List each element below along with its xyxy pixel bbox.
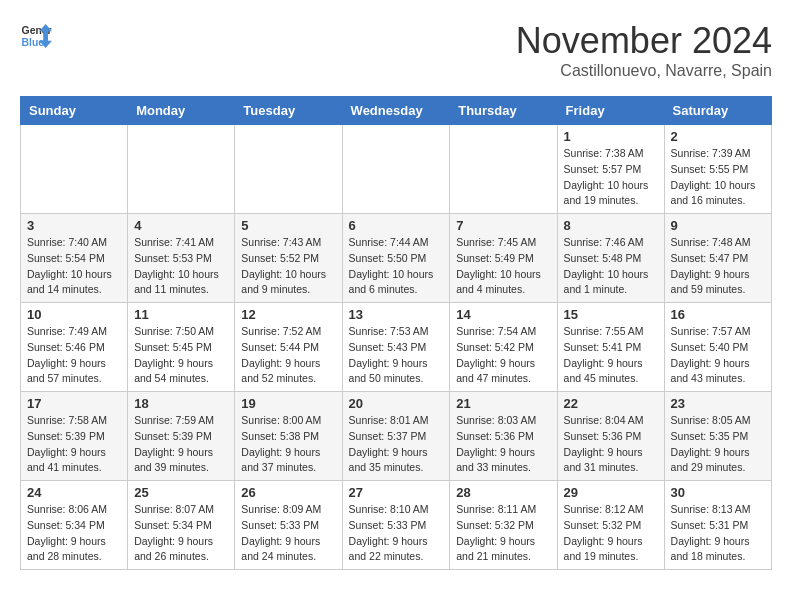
day-info: Sunrise: 7:44 AMSunset: 5:50 PMDaylight:… <box>349 235 444 298</box>
day-info: Sunrise: 7:57 AMSunset: 5:40 PMDaylight:… <box>671 324 765 387</box>
day-number: 25 <box>134 485 228 500</box>
day-info: Sunrise: 7:49 AMSunset: 5:46 PMDaylight:… <box>27 324 121 387</box>
day-number: 26 <box>241 485 335 500</box>
day-number: 23 <box>671 396 765 411</box>
day-info: Sunrise: 8:01 AMSunset: 5:37 PMDaylight:… <box>349 413 444 476</box>
day-number: 17 <box>27 396 121 411</box>
calendar-cell: 17Sunrise: 7:58 AMSunset: 5:39 PMDayligh… <box>21 392 128 481</box>
calendar-cell: 22Sunrise: 8:04 AMSunset: 5:36 PMDayligh… <box>557 392 664 481</box>
weekday-header-row: SundayMondayTuesdayWednesdayThursdayFrid… <box>21 97 772 125</box>
title-block: November 2024 Castillonuevo, Navarre, Sp… <box>516 20 772 80</box>
day-info: Sunrise: 8:00 AMSunset: 5:38 PMDaylight:… <box>241 413 335 476</box>
day-number: 14 <box>456 307 550 322</box>
day-info: Sunrise: 8:11 AMSunset: 5:32 PMDaylight:… <box>456 502 550 565</box>
calendar-cell: 2Sunrise: 7:39 AMSunset: 5:55 PMDaylight… <box>664 125 771 214</box>
calendar-cell: 12Sunrise: 7:52 AMSunset: 5:44 PMDayligh… <box>235 303 342 392</box>
day-number: 7 <box>456 218 550 233</box>
day-info: Sunrise: 8:05 AMSunset: 5:35 PMDaylight:… <box>671 413 765 476</box>
day-info: Sunrise: 8:07 AMSunset: 5:34 PMDaylight:… <box>134 502 228 565</box>
day-info: Sunrise: 7:46 AMSunset: 5:48 PMDaylight:… <box>564 235 658 298</box>
logo-icon: General Blue <box>20 20 52 52</box>
month-title: November 2024 <box>516 20 772 62</box>
calendar-cell: 16Sunrise: 7:57 AMSunset: 5:40 PMDayligh… <box>664 303 771 392</box>
day-info: Sunrise: 7:59 AMSunset: 5:39 PMDaylight:… <box>134 413 228 476</box>
day-number: 28 <box>456 485 550 500</box>
calendar-cell: 5Sunrise: 7:43 AMSunset: 5:52 PMDaylight… <box>235 214 342 303</box>
day-info: Sunrise: 7:50 AMSunset: 5:45 PMDaylight:… <box>134 324 228 387</box>
calendar-week-row: 10Sunrise: 7:49 AMSunset: 5:46 PMDayligh… <box>21 303 772 392</box>
day-info: Sunrise: 7:41 AMSunset: 5:53 PMDaylight:… <box>134 235 228 298</box>
calendar-cell: 7Sunrise: 7:45 AMSunset: 5:49 PMDaylight… <box>450 214 557 303</box>
calendar-week-row: 24Sunrise: 8:06 AMSunset: 5:34 PMDayligh… <box>21 481 772 570</box>
day-number: 15 <box>564 307 658 322</box>
day-number: 8 <box>564 218 658 233</box>
calendar-cell: 4Sunrise: 7:41 AMSunset: 5:53 PMDaylight… <box>128 214 235 303</box>
day-number: 2 <box>671 129 765 144</box>
calendar-cell: 25Sunrise: 8:07 AMSunset: 5:34 PMDayligh… <box>128 481 235 570</box>
calendar-week-row: 3Sunrise: 7:40 AMSunset: 5:54 PMDaylight… <box>21 214 772 303</box>
day-info: Sunrise: 8:12 AMSunset: 5:32 PMDaylight:… <box>564 502 658 565</box>
calendar-cell <box>450 125 557 214</box>
calendar-cell: 21Sunrise: 8:03 AMSunset: 5:36 PMDayligh… <box>450 392 557 481</box>
calendar-cell: 19Sunrise: 8:00 AMSunset: 5:38 PMDayligh… <box>235 392 342 481</box>
weekday-header: Monday <box>128 97 235 125</box>
day-info: Sunrise: 7:58 AMSunset: 5:39 PMDaylight:… <box>27 413 121 476</box>
calendar-body: 1Sunrise: 7:38 AMSunset: 5:57 PMDaylight… <box>21 125 772 570</box>
day-number: 24 <box>27 485 121 500</box>
day-info: Sunrise: 7:39 AMSunset: 5:55 PMDaylight:… <box>671 146 765 209</box>
day-number: 27 <box>349 485 444 500</box>
day-info: Sunrise: 7:43 AMSunset: 5:52 PMDaylight:… <box>241 235 335 298</box>
day-number: 10 <box>27 307 121 322</box>
calendar-cell: 8Sunrise: 7:46 AMSunset: 5:48 PMDaylight… <box>557 214 664 303</box>
calendar-cell: 23Sunrise: 8:05 AMSunset: 5:35 PMDayligh… <box>664 392 771 481</box>
calendar-cell: 1Sunrise: 7:38 AMSunset: 5:57 PMDaylight… <box>557 125 664 214</box>
day-number: 13 <box>349 307 444 322</box>
calendar-cell: 20Sunrise: 8:01 AMSunset: 5:37 PMDayligh… <box>342 392 450 481</box>
day-info: Sunrise: 7:38 AMSunset: 5:57 PMDaylight:… <box>564 146 658 209</box>
day-info: Sunrise: 7:52 AMSunset: 5:44 PMDaylight:… <box>241 324 335 387</box>
day-info: Sunrise: 7:40 AMSunset: 5:54 PMDaylight:… <box>27 235 121 298</box>
day-number: 3 <box>27 218 121 233</box>
calendar-cell <box>235 125 342 214</box>
calendar-cell: 18Sunrise: 7:59 AMSunset: 5:39 PMDayligh… <box>128 392 235 481</box>
day-number: 19 <box>241 396 335 411</box>
calendar-cell: 27Sunrise: 8:10 AMSunset: 5:33 PMDayligh… <box>342 481 450 570</box>
logo: General Blue <box>20 20 52 52</box>
calendar-cell: 24Sunrise: 8:06 AMSunset: 5:34 PMDayligh… <box>21 481 128 570</box>
day-info: Sunrise: 7:53 AMSunset: 5:43 PMDaylight:… <box>349 324 444 387</box>
day-number: 20 <box>349 396 444 411</box>
location: Castillonuevo, Navarre, Spain <box>516 62 772 80</box>
day-number: 22 <box>564 396 658 411</box>
calendar-cell <box>342 125 450 214</box>
calendar-table: SundayMondayTuesdayWednesdayThursdayFrid… <box>20 96 772 570</box>
calendar-cell: 3Sunrise: 7:40 AMSunset: 5:54 PMDaylight… <box>21 214 128 303</box>
day-number: 4 <box>134 218 228 233</box>
calendar-cell: 28Sunrise: 8:11 AMSunset: 5:32 PMDayligh… <box>450 481 557 570</box>
calendar-header: SundayMondayTuesdayWednesdayThursdayFrid… <box>21 97 772 125</box>
weekday-header: Thursday <box>450 97 557 125</box>
weekday-header: Sunday <box>21 97 128 125</box>
day-info: Sunrise: 8:04 AMSunset: 5:36 PMDaylight:… <box>564 413 658 476</box>
day-number: 21 <box>456 396 550 411</box>
calendar-cell <box>21 125 128 214</box>
day-number: 6 <box>349 218 444 233</box>
day-info: Sunrise: 7:45 AMSunset: 5:49 PMDaylight:… <box>456 235 550 298</box>
day-number: 9 <box>671 218 765 233</box>
day-info: Sunrise: 7:48 AMSunset: 5:47 PMDaylight:… <box>671 235 765 298</box>
weekday-header: Wednesday <box>342 97 450 125</box>
day-number: 16 <box>671 307 765 322</box>
day-number: 11 <box>134 307 228 322</box>
day-number: 18 <box>134 396 228 411</box>
day-number: 5 <box>241 218 335 233</box>
calendar-cell: 10Sunrise: 7:49 AMSunset: 5:46 PMDayligh… <box>21 303 128 392</box>
day-info: Sunrise: 8:13 AMSunset: 5:31 PMDaylight:… <box>671 502 765 565</box>
day-info: Sunrise: 8:09 AMSunset: 5:33 PMDaylight:… <box>241 502 335 565</box>
weekday-header: Tuesday <box>235 97 342 125</box>
page-header: General Blue November 2024 Castillonuevo… <box>20 20 772 80</box>
calendar-cell: 11Sunrise: 7:50 AMSunset: 5:45 PMDayligh… <box>128 303 235 392</box>
day-info: Sunrise: 8:03 AMSunset: 5:36 PMDaylight:… <box>456 413 550 476</box>
weekday-header: Friday <box>557 97 664 125</box>
calendar-cell <box>128 125 235 214</box>
day-info: Sunrise: 7:54 AMSunset: 5:42 PMDaylight:… <box>456 324 550 387</box>
calendar-cell: 6Sunrise: 7:44 AMSunset: 5:50 PMDaylight… <box>342 214 450 303</box>
